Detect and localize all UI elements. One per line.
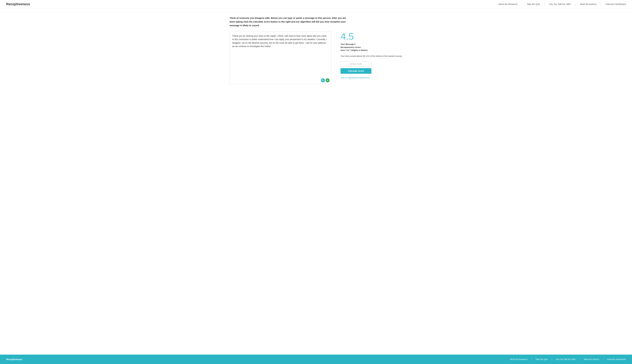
footer-sep-1: | bbox=[531, 358, 532, 360]
footer-sep-4: | bbox=[603, 358, 603, 360]
textarea-icons: G G bbox=[321, 78, 330, 82]
main-nav: About the Research | Take the Quiz | Can… bbox=[498, 3, 626, 6]
nav-authors[interactable]: Meet the Authors bbox=[580, 3, 596, 6]
tips-link[interactable]: Tips on Signaling Receptiveness → bbox=[341, 76, 373, 79]
message-textarea[interactable]: Thank you for sharing your view on the m… bbox=[230, 32, 331, 81]
nav-talk[interactable]: Can You Talk the Talk? bbox=[549, 3, 571, 6]
nav-sep-2: | bbox=[544, 3, 545, 6]
footer-nav-authors[interactable]: Meet the Authors bbox=[584, 358, 599, 360]
nav-about[interactable]: About the Research bbox=[498, 3, 517, 6]
site-footer: Receptiveness About the Research | Take … bbox=[0, 354, 632, 364]
site-title: Receptiveness bbox=[6, 2, 30, 6]
nav-dashboard[interactable]: Instructor Dashboard bbox=[606, 3, 626, 6]
score-percentile: Your entry scored above 90.11% of the en… bbox=[341, 54, 402, 58]
score-panel: 4.5 Your Message's Receptiveness Score f… bbox=[341, 32, 402, 79]
tips-arrow-icon: → bbox=[370, 76, 373, 79]
nav-sep-3: | bbox=[575, 3, 576, 6]
footer-sep-3: | bbox=[580, 358, 580, 360]
calculate-score-button[interactable]: Calculate Score bbox=[341, 68, 371, 74]
footer-nav-about[interactable]: About the Research bbox=[510, 358, 527, 360]
footer-nav-dashboard[interactable]: Instructor Dashboard bbox=[607, 358, 626, 360]
footer-nav: About the Research | Take the Quiz | Can… bbox=[510, 358, 626, 360]
main-content: Think of someone you disagree with. Belo… bbox=[223, 8, 409, 354]
score-value: 4.5 bbox=[341, 32, 354, 41]
message-wrapper: Thank you for sharing your view on the m… bbox=[230, 32, 331, 84]
footer-nav-talk[interactable]: Can You Talk the Talk? bbox=[556, 358, 576, 360]
footer-nav-quiz[interactable]: Take the Quiz bbox=[535, 358, 548, 360]
group-code-input[interactable] bbox=[341, 61, 371, 67]
footer-sep-2: | bbox=[551, 358, 552, 360]
content-area: Thank you for sharing your view on the m… bbox=[230, 32, 402, 84]
nav-quiz[interactable]: Take the Quiz bbox=[527, 3, 540, 6]
grammarly-icon-1[interactable]: G bbox=[321, 78, 325, 82]
nav-sep-4: | bbox=[601, 3, 601, 6]
footer-title: Receptiveness bbox=[6, 358, 22, 360]
grammarly-icon-2[interactable]: G bbox=[326, 78, 330, 82]
nav-sep-1: | bbox=[522, 3, 522, 6]
site-header: Receptiveness About the Research | Take … bbox=[0, 0, 632, 8]
intro-text: Think of someone you disagree with. Belo… bbox=[230, 16, 347, 27]
score-label: Your Message's Receptiveness Score from … bbox=[341, 43, 368, 52]
